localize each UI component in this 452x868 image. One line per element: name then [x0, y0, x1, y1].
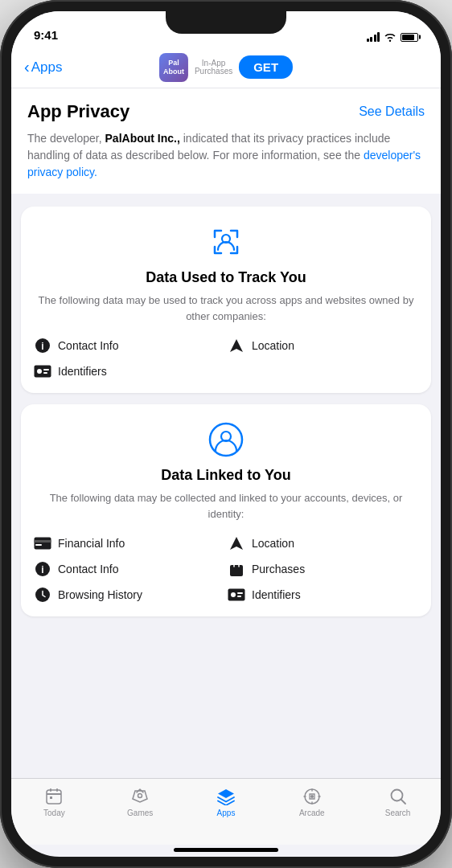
signal-icon [367, 32, 380, 42]
battery-icon [401, 33, 418, 42]
card-linked-desc: The following data may be collected and … [34, 490, 418, 522]
linked-financial-info: Financial Info [34, 534, 224, 552]
get-button[interactable]: GET [239, 55, 293, 79]
see-details-link[interactable]: See Details [359, 104, 425, 119]
svg-rect-23 [47, 793, 61, 795]
card-track-title: Data Used to Track You [34, 269, 418, 286]
svg-point-5 [37, 369, 42, 374]
credit-card-icon [34, 534, 51, 552]
linked-browsing-label: Browsing History [58, 588, 142, 601]
card-track-you: Data Used to Track You The following dat… [21, 207, 431, 393]
phone-screen: 9:41 ‹ [11, 11, 441, 857]
track-identifiers: Identifiers [34, 362, 224, 380]
info-circle-icon: i [34, 337, 51, 354]
privacy-description: The developer, PalAbout Inc., indicated … [27, 130, 425, 181]
track-location-label: Location [252, 339, 294, 352]
developer-name: PalAbout Inc., [105, 132, 180, 145]
svg-rect-16 [230, 565, 243, 576]
linked-identifiers: Identifiers [228, 586, 418, 604]
cards-container: Data Used to Track You The following dat… [11, 194, 441, 629]
tab-today[interactable]: Today [11, 787, 97, 817]
status-time: 9:41 [34, 28, 58, 42]
track-identifiers-label: Identifiers [58, 365, 107, 378]
tab-today-label: Today [43, 809, 65, 817]
svg-rect-12 [35, 544, 42, 546]
svg-point-27 [138, 794, 142, 798]
tab-arcade-label: Arcade [299, 809, 325, 817]
status-icons [367, 32, 419, 42]
privacy-header: App Privacy See Details The developer, P… [11, 88, 441, 194]
home-indicator [174, 848, 278, 852]
svg-rect-4 [35, 366, 51, 378]
tab-apps-label: Apps [217, 809, 236, 817]
linked-identifiers-label: Identifiers [252, 588, 301, 601]
wifi-icon [384, 32, 397, 42]
linked-id-card-icon [228, 586, 245, 604]
svg-rect-21 [237, 596, 241, 597]
svg-rect-18 [228, 589, 245, 601]
tab-games[interactable]: Games [97, 787, 183, 817]
svg-rect-26 [50, 796, 52, 799]
back-button[interactable]: ‹ Apps [24, 58, 62, 76]
tab-apps[interactable]: Apps [183, 787, 269, 817]
track-contact-info: i Contact Info [34, 337, 224, 354]
tracking-icon [207, 223, 245, 261]
tab-arcade[interactable]: Arcade [269, 787, 355, 817]
svg-rect-24 [50, 788, 51, 792]
tab-search[interactable]: Search [355, 787, 441, 817]
notch [166, 11, 286, 34]
tab-games-label: Games [127, 809, 153, 817]
linked-location-icon [228, 534, 245, 552]
card-track-data-grid: i Contact Info Loc [34, 337, 418, 380]
phone-frame: 9:41 ‹ [0, 0, 452, 868]
tab-search-label: Search [385, 809, 411, 817]
apps-icon [216, 787, 236, 806]
id-card-icon [34, 362, 51, 380]
svg-rect-11 [35, 540, 51, 542]
svg-rect-25 [56, 788, 58, 792]
linked-financial-label: Financial Info [58, 537, 125, 550]
svg-text:i: i [41, 564, 43, 575]
tab-bar: Today Games [11, 778, 441, 845]
card-linked-data-grid: Financial Info Location [34, 534, 418, 604]
svg-rect-6 [43, 369, 49, 371]
svg-point-19 [231, 592, 236, 597]
in-app-line2: Purchases [195, 68, 232, 76]
clock-icon [34, 586, 51, 604]
svg-text:i: i [41, 341, 43, 352]
privacy-title: App Privacy [27, 101, 129, 122]
back-arrow-icon: ‹ [24, 58, 30, 76]
nav-in-app-info: In-App Purchases [195, 59, 232, 76]
linked-contact-info: i Contact Info [34, 560, 224, 578]
svg-point-29 [310, 795, 314, 798]
games-icon [130, 787, 150, 806]
card-linked-title: Data Linked to You [34, 467, 418, 484]
linked-person-icon [207, 420, 245, 459]
card-linked-you: Data Linked to You The following data ma… [21, 404, 431, 616]
linked-browsing-history: Browsing History [34, 586, 224, 604]
svg-rect-20 [237, 592, 243, 594]
app-icon: PalAbout [159, 53, 188, 82]
nav-center: PalAbout In-App Purchases GET [159, 53, 293, 82]
svg-marker-13 [230, 537, 243, 550]
scroll-content: App Privacy See Details The developer, P… [11, 88, 441, 778]
shopping-bag-icon [228, 560, 245, 578]
linked-purchases: Purchases [228, 560, 418, 578]
linked-location-label: Location [252, 537, 294, 550]
card-linked-icon-wrap [34, 420, 418, 459]
svg-marker-3 [230, 339, 243, 352]
linked-location: Location [228, 534, 418, 552]
nav-bar: ‹ Apps PalAbout In-App Purchases GET [11, 47, 441, 88]
linked-purchases-label: Purchases [252, 563, 305, 575]
privacy-title-row: App Privacy See Details [27, 101, 425, 122]
linked-contact-label: Contact Info [58, 563, 119, 575]
card-track-icon-wrap [34, 223, 418, 261]
svg-rect-7 [43, 372, 47, 374]
arcade-icon [302, 787, 322, 806]
today-icon [44, 787, 64, 806]
location-arrow-icon [228, 337, 245, 354]
svg-rect-10 [35, 538, 51, 550]
back-label: Apps [31, 59, 63, 76]
svg-rect-22 [47, 790, 61, 804]
card-track-desc: The following data may be used to track … [34, 293, 418, 324]
